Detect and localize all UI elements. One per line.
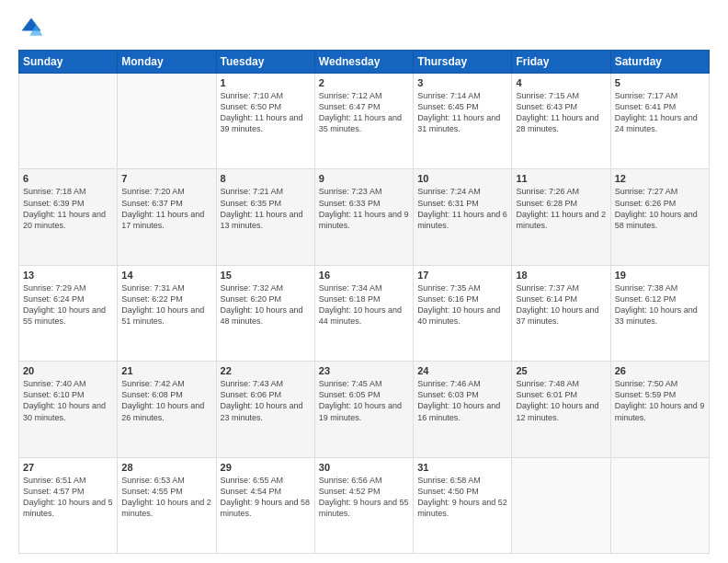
day-number-8: 8 bbox=[221, 173, 311, 184]
day-number-24: 24 bbox=[417, 365, 507, 376]
cell-w3-d2: 22Sunrise: 7:43 AM Sunset: 6:06 PM Dayli… bbox=[216, 362, 314, 457]
cell-w0-d2: 1Sunrise: 7:10 AM Sunset: 6:50 PM Daylig… bbox=[216, 74, 314, 169]
day-info-3: Sunrise: 7:14 AM Sunset: 6:45 PM Dayligh… bbox=[417, 90, 507, 135]
cell-w2-d5: 18Sunrise: 7:37 AM Sunset: 6:14 PM Dayli… bbox=[512, 265, 610, 361]
day-info-2: Sunrise: 7:12 AM Sunset: 6:47 PM Dayligh… bbox=[319, 90, 409, 135]
cell-w4-d5 bbox=[512, 457, 610, 553]
week-row-0: 1Sunrise: 7:10 AM Sunset: 6:50 PM Daylig… bbox=[19, 74, 710, 169]
cell-w4-d1: 28Sunrise: 6:53 AM Sunset: 4:55 PM Dayli… bbox=[118, 457, 216, 553]
header-friday: Friday bbox=[512, 51, 610, 74]
day-number-30: 30 bbox=[319, 462, 409, 473]
day-info-21: Sunrise: 7:42 AM Sunset: 6:08 PM Dayligh… bbox=[121, 378, 211, 423]
day-info-26: Sunrise: 7:50 AM Sunset: 5:59 PM Dayligh… bbox=[615, 378, 705, 423]
day-info-9: Sunrise: 7:23 AM Sunset: 6:33 PM Dayligh… bbox=[319, 186, 409, 231]
cell-w1-d2: 8Sunrise: 7:21 AM Sunset: 6:35 PM Daylig… bbox=[216, 169, 314, 265]
cell-w4-d3: 30Sunrise: 6:56 AM Sunset: 4:52 PM Dayli… bbox=[314, 457, 413, 553]
cell-w3-d0: 20Sunrise: 7:40 AM Sunset: 6:10 PM Dayli… bbox=[19, 362, 118, 457]
page-header bbox=[18, 15, 710, 40]
weekday-header-row: Sunday Monday Tuesday Wednesday Thursday… bbox=[19, 51, 710, 74]
cell-w3-d1: 21Sunrise: 7:42 AM Sunset: 6:08 PM Dayli… bbox=[118, 362, 216, 457]
day-info-15: Sunrise: 7:32 AM Sunset: 6:20 PM Dayligh… bbox=[221, 282, 311, 327]
day-number-26: 26 bbox=[615, 365, 705, 376]
cell-w0-d1 bbox=[118, 74, 216, 169]
day-number-21: 21 bbox=[121, 365, 211, 376]
day-info-17: Sunrise: 7:35 AM Sunset: 6:16 PM Dayligh… bbox=[417, 282, 507, 327]
day-info-5: Sunrise: 7:17 AM Sunset: 6:41 PM Dayligh… bbox=[615, 90, 705, 135]
header-tuesday: Tuesday bbox=[216, 51, 314, 74]
day-info-31: Sunrise: 6:58 AM Sunset: 4:50 PM Dayligh… bbox=[417, 475, 507, 520]
day-info-4: Sunrise: 7:15 AM Sunset: 6:43 PM Dayligh… bbox=[516, 90, 606, 135]
day-info-7: Sunrise: 7:20 AM Sunset: 6:37 PM Dayligh… bbox=[121, 186, 211, 231]
day-info-13: Sunrise: 7:29 AM Sunset: 6:24 PM Dayligh… bbox=[23, 282, 113, 327]
header-wednesday: Wednesday bbox=[314, 51, 413, 74]
cell-w0-d0 bbox=[19, 74, 118, 169]
day-info-16: Sunrise: 7:34 AM Sunset: 6:18 PM Dayligh… bbox=[319, 282, 409, 327]
day-number-7: 7 bbox=[121, 173, 211, 184]
cell-w2-d3: 16Sunrise: 7:34 AM Sunset: 6:18 PM Dayli… bbox=[314, 265, 413, 361]
day-info-22: Sunrise: 7:43 AM Sunset: 6:06 PM Dayligh… bbox=[221, 378, 311, 423]
day-number-12: 12 bbox=[615, 173, 705, 184]
day-number-16: 16 bbox=[319, 270, 409, 281]
header-monday: Monday bbox=[118, 51, 216, 74]
day-number-5: 5 bbox=[615, 77, 705, 88]
day-number-17: 17 bbox=[417, 270, 507, 281]
day-number-2: 2 bbox=[319, 77, 409, 88]
week-row-1: 6Sunrise: 7:18 AM Sunset: 6:39 PM Daylig… bbox=[19, 169, 710, 265]
day-number-19: 19 bbox=[615, 270, 705, 281]
day-number-31: 31 bbox=[417, 462, 507, 473]
day-info-28: Sunrise: 6:53 AM Sunset: 4:55 PM Dayligh… bbox=[121, 475, 211, 520]
cell-w1-d5: 11Sunrise: 7:26 AM Sunset: 6:28 PM Dayli… bbox=[512, 169, 610, 265]
cell-w1-d1: 7Sunrise: 7:20 AM Sunset: 6:37 PM Daylig… bbox=[118, 169, 216, 265]
day-number-15: 15 bbox=[221, 270, 311, 281]
day-info-11: Sunrise: 7:26 AM Sunset: 6:28 PM Dayligh… bbox=[516, 186, 606, 231]
day-number-29: 29 bbox=[221, 462, 311, 473]
day-number-1: 1 bbox=[221, 77, 311, 88]
day-number-25: 25 bbox=[516, 365, 606, 376]
cell-w2-d2: 15Sunrise: 7:32 AM Sunset: 6:20 PM Dayli… bbox=[216, 265, 314, 361]
cell-w1-d3: 9Sunrise: 7:23 AM Sunset: 6:33 PM Daylig… bbox=[314, 169, 413, 265]
day-number-18: 18 bbox=[516, 270, 606, 281]
day-number-3: 3 bbox=[417, 77, 507, 88]
week-row-3: 20Sunrise: 7:40 AM Sunset: 6:10 PM Dayli… bbox=[19, 362, 710, 457]
header-saturday: Saturday bbox=[610, 51, 709, 74]
cell-w1-d4: 10Sunrise: 7:24 AM Sunset: 6:31 PM Dayli… bbox=[414, 169, 512, 265]
day-number-11: 11 bbox=[516, 173, 606, 184]
day-info-1: Sunrise: 7:10 AM Sunset: 6:50 PM Dayligh… bbox=[221, 90, 311, 135]
cell-w1-d0: 6Sunrise: 7:18 AM Sunset: 6:39 PM Daylig… bbox=[19, 169, 118, 265]
cell-w4-d2: 29Sunrise: 6:55 AM Sunset: 4:54 PM Dayli… bbox=[216, 457, 314, 553]
cell-w3-d4: 24Sunrise: 7:46 AM Sunset: 6:03 PM Dayli… bbox=[414, 362, 512, 457]
day-number-10: 10 bbox=[417, 173, 507, 184]
day-number-14: 14 bbox=[121, 270, 211, 281]
logo-icon bbox=[18, 15, 44, 40]
cell-w4-d4: 31Sunrise: 6:58 AM Sunset: 4:50 PM Dayli… bbox=[414, 457, 512, 553]
cell-w2-d0: 13Sunrise: 7:29 AM Sunset: 6:24 PM Dayli… bbox=[19, 265, 118, 361]
header-thursday: Thursday bbox=[414, 51, 512, 74]
week-row-4: 27Sunrise: 6:51 AM Sunset: 4:57 PM Dayli… bbox=[19, 457, 710, 553]
day-info-12: Sunrise: 7:27 AM Sunset: 6:26 PM Dayligh… bbox=[615, 186, 705, 231]
logo bbox=[18, 15, 48, 40]
cell-w4-d6 bbox=[610, 457, 709, 553]
cell-w3-d5: 25Sunrise: 7:48 AM Sunset: 6:01 PM Dayli… bbox=[512, 362, 610, 457]
cell-w0-d4: 3Sunrise: 7:14 AM Sunset: 6:45 PM Daylig… bbox=[414, 74, 512, 169]
day-info-6: Sunrise: 7:18 AM Sunset: 6:39 PM Dayligh… bbox=[23, 186, 113, 231]
cell-w0-d6: 5Sunrise: 7:17 AM Sunset: 6:41 PM Daylig… bbox=[610, 74, 709, 169]
cell-w0-d3: 2Sunrise: 7:12 AM Sunset: 6:47 PM Daylig… bbox=[314, 74, 413, 169]
day-number-27: 27 bbox=[23, 462, 113, 473]
day-number-23: 23 bbox=[319, 365, 409, 376]
day-number-6: 6 bbox=[23, 173, 113, 184]
day-info-20: Sunrise: 7:40 AM Sunset: 6:10 PM Dayligh… bbox=[23, 378, 113, 423]
day-info-29: Sunrise: 6:55 AM Sunset: 4:54 PM Dayligh… bbox=[221, 475, 311, 520]
day-number-13: 13 bbox=[23, 270, 113, 281]
week-row-2: 13Sunrise: 7:29 AM Sunset: 6:24 PM Dayli… bbox=[19, 265, 710, 361]
day-info-18: Sunrise: 7:37 AM Sunset: 6:14 PM Dayligh… bbox=[516, 282, 606, 327]
day-info-14: Sunrise: 7:31 AM Sunset: 6:22 PM Dayligh… bbox=[121, 282, 211, 327]
cell-w3-d3: 23Sunrise: 7:45 AM Sunset: 6:05 PM Dayli… bbox=[314, 362, 413, 457]
day-number-22: 22 bbox=[221, 365, 311, 376]
day-number-28: 28 bbox=[121, 462, 211, 473]
header-sunday: Sunday bbox=[19, 51, 118, 74]
cell-w4-d0: 27Sunrise: 6:51 AM Sunset: 4:57 PM Dayli… bbox=[19, 457, 118, 553]
day-info-27: Sunrise: 6:51 AM Sunset: 4:57 PM Dayligh… bbox=[23, 475, 113, 520]
calendar-table: Sunday Monday Tuesday Wednesday Thursday… bbox=[18, 50, 710, 554]
cell-w3-d6: 26Sunrise: 7:50 AM Sunset: 5:59 PM Dayli… bbox=[610, 362, 709, 457]
day-info-10: Sunrise: 7:24 AM Sunset: 6:31 PM Dayligh… bbox=[417, 186, 507, 231]
